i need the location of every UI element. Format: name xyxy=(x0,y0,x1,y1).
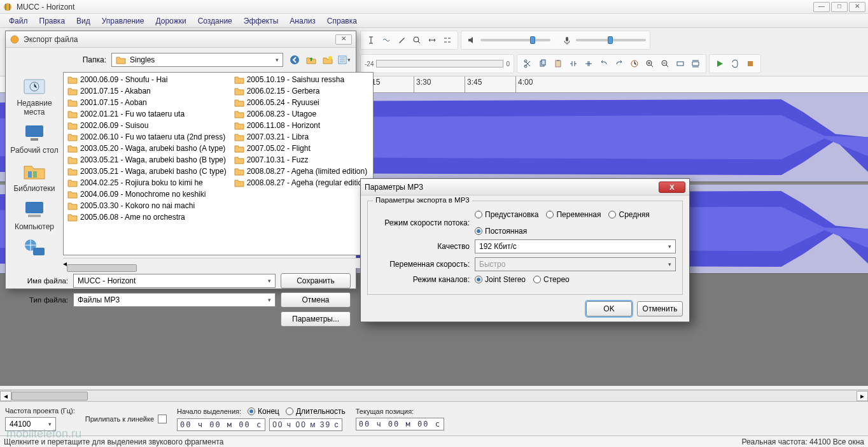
zoom-sel-icon[interactable] xyxy=(674,57,687,70)
menu-transport[interactable]: Управление xyxy=(97,15,150,27)
nav-viewmenu-icon[interactable]: ▾ xyxy=(338,53,351,66)
menu-effects[interactable]: Эффекты xyxy=(239,15,284,27)
file-item[interactable]: 2006.02.15 - Gerbera xyxy=(230,85,373,97)
file-item[interactable]: 2002.06.09 - Suisou xyxy=(64,120,230,131)
time-tick: 3:45 xyxy=(465,76,482,93)
silence-icon[interactable] xyxy=(582,57,595,70)
channel-mode-radio[interactable]: Стерео xyxy=(533,275,570,284)
export-close-button[interactable]: ✕ xyxy=(335,34,352,45)
snap-checkbox[interactable] xyxy=(158,415,167,423)
file-item[interactable]: 2004.06.09 - Monochrome no keshiki xyxy=(64,188,230,200)
place-recent[interactable]: Недавние места xyxy=(6,74,63,117)
nav-back-icon[interactable] xyxy=(288,53,301,66)
trim-icon[interactable] xyxy=(567,57,580,70)
cut-icon[interactable] xyxy=(521,57,534,70)
file-item[interactable]: 2002.01.21 - Fu wo tataeru uta xyxy=(64,108,230,120)
file-item[interactable]: 2008.08.27 - Ageha (limited edition) xyxy=(230,166,373,177)
menu-analyze[interactable]: Анализ xyxy=(284,15,321,27)
output-meter[interactable] xyxy=(376,60,503,67)
place-libraries[interactable]: Библиотеки xyxy=(6,160,63,193)
scroll-thumb[interactable] xyxy=(11,392,88,401)
end-radio[interactable]: Конец xyxy=(248,407,279,416)
bitrate-mode-radio[interactable]: Средняя xyxy=(608,210,649,219)
file-item[interactable]: 2007.03.21 - Libra xyxy=(230,131,373,143)
file-item[interactable]: 2003.05.21 - Waga, arubeki basho (B type… xyxy=(64,154,230,166)
nav-newfolder-icon[interactable] xyxy=(321,53,334,66)
stop-icon[interactable] xyxy=(744,57,757,70)
close-button[interactable]: ✕ xyxy=(849,2,865,12)
file-item[interactable]: 2007.05.02 - Flight xyxy=(230,143,373,154)
zoom-out-icon[interactable] xyxy=(659,57,671,70)
current-pos-value[interactable]: 00 ч 00 м 00 с xyxy=(356,418,444,430)
length-radio[interactable]: Длительность xyxy=(286,407,346,416)
channel-mode-radio[interactable]: Joint Stereo xyxy=(475,275,526,284)
file-item[interactable]: 2006.11.08 - Horizont xyxy=(230,120,373,131)
file-item[interactable]: 2007.10.31 - Fuzz xyxy=(230,154,373,166)
tool-draw-icon[interactable] xyxy=(395,34,408,46)
place-computer[interactable]: Компьютер xyxy=(6,198,63,231)
paste-icon[interactable] xyxy=(552,57,564,70)
input-volume-slider[interactable] xyxy=(576,39,646,41)
nav-up-icon[interactable] xyxy=(305,53,318,66)
file-item[interactable]: 2008.08.27 - Ageha (regular edition) xyxy=(230,177,373,188)
tool-ibeam-icon[interactable] xyxy=(365,34,377,46)
file-list-scrollbar[interactable]: ◂▸ xyxy=(63,258,374,268)
file-item[interactable]: 2001.07.15 - Aoban xyxy=(64,97,230,108)
play-icon[interactable] xyxy=(713,57,726,70)
file-item[interactable]: 2005.10.19 - Saishuu ressha xyxy=(230,74,373,85)
selection-start-value[interactable]: 00 ч 00 м 00 с xyxy=(177,418,265,431)
loop-icon[interactable] xyxy=(729,57,741,70)
file-item[interactable]: 2001.07.15 - Akaban xyxy=(64,85,230,97)
file-item[interactable]: 2002.06.10 - Fu wo tataeru uta (2nd pres… xyxy=(64,131,230,143)
tool-envelope-icon[interactable] xyxy=(380,34,393,46)
save-button[interactable]: Сохранить xyxy=(281,273,351,288)
quality-select[interactable]: 192 Кбит/с▾ xyxy=(475,239,676,253)
cancel-button[interactable]: Отмена xyxy=(281,292,351,308)
file-item[interactable]: 2005.03.30 - Kokoro no nai machi xyxy=(64,200,230,211)
file-item[interactable]: 2003.05.21 - Waga, arubeki basho (C type… xyxy=(64,166,230,177)
zoom-in-icon[interactable] xyxy=(643,57,656,70)
tool-timeshift-icon[interactable] xyxy=(426,34,438,46)
project-rate-select[interactable]: 44100▾ xyxy=(5,417,56,431)
copy-icon[interactable] xyxy=(536,57,549,70)
zoom-fit-icon[interactable] xyxy=(689,57,702,70)
tool-multi-icon[interactable] xyxy=(441,34,454,46)
maximize-button[interactable]: □ xyxy=(831,2,848,12)
scroll-right-icon[interactable]: ▸ xyxy=(857,391,868,401)
file-item[interactable]: 2006.05.24 - Ryuusei xyxy=(230,97,373,108)
mp3-cancel-button[interactable]: Отменить xyxy=(637,301,683,316)
bitrate-mode-radio[interactable]: Предустановка xyxy=(475,210,538,219)
file-item[interactable]: 2005.06.08 - Ame no orchestra xyxy=(64,211,230,223)
horizontal-scrollbar[interactable]: ◂ ▸ xyxy=(0,390,868,401)
minimize-button[interactable]: — xyxy=(813,2,830,12)
mp3-close-button[interactable]: X xyxy=(659,181,685,193)
sync-lock-icon[interactable] xyxy=(628,57,641,70)
place-network[interactable] xyxy=(6,236,63,259)
svg-rect-1 xyxy=(5,4,6,10)
mp3-ok-button[interactable]: OK xyxy=(586,301,632,316)
selection-end-value[interactable]: 00 ч 00 м 39 с xyxy=(269,418,342,431)
menu-tracks[interactable]: Дорожки xyxy=(151,15,192,27)
menu-edit[interactable]: Правка xyxy=(34,15,71,27)
parameters-button[interactable]: Параметры... xyxy=(281,311,351,327)
menu-help[interactable]: Справка xyxy=(322,15,362,27)
tool-zoom-icon[interactable] xyxy=(410,34,423,46)
menu-file[interactable]: Файл xyxy=(4,15,33,27)
file-item[interactable]: 2003.05.20 - Waga, arubeki basho (A type… xyxy=(64,143,230,154)
filetype-select[interactable]: Файлы MP3▾ xyxy=(73,293,276,307)
scroll-left-icon[interactable]: ◂ xyxy=(0,391,11,401)
file-item[interactable]: 2004.02.25 - Rojiura boku to kimi he xyxy=(64,177,230,188)
undo-icon[interactable] xyxy=(598,57,610,70)
file-item[interactable]: 2000.06.09 - Shoufu - Hai xyxy=(64,74,230,85)
menu-generate[interactable]: Создание xyxy=(193,15,237,27)
folder-select[interactable]: Singles ▾ xyxy=(111,53,283,67)
bitrate-mode-radio[interactable]: Постоянная xyxy=(475,227,527,236)
file-item[interactable]: 2006.08.23 - Utagoe xyxy=(230,108,373,120)
file-list[interactable]: 2000.06.09 - Shoufu - Hai2001.07.15 - Ak… xyxy=(63,72,374,255)
output-volume-slider[interactable] xyxy=(480,39,550,41)
menu-view[interactable]: Вид xyxy=(71,15,95,27)
place-desktop[interactable]: Рабочий стол xyxy=(6,122,63,155)
filename-field[interactable]: MUCC - Horizont▾ xyxy=(73,274,276,288)
bitrate-mode-radio[interactable]: Переменная xyxy=(546,210,601,219)
redo-icon[interactable] xyxy=(613,57,626,70)
